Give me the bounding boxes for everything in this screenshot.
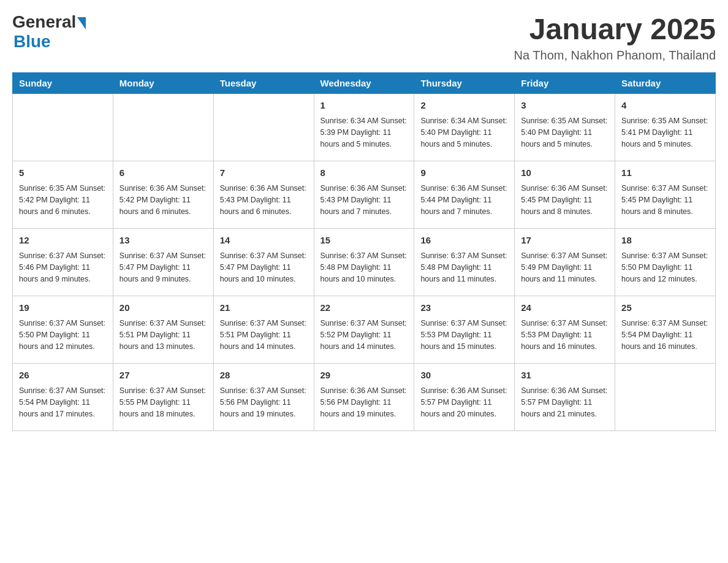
weekday-header-sunday: Sunday xyxy=(13,73,113,94)
day-info: Sunrise: 6:36 AM Sunset: 5:43 PM Dayligh… xyxy=(320,183,408,218)
day-number: 23 xyxy=(420,301,508,315)
calendar-cell: 6Sunrise: 6:36 AM Sunset: 5:42 PM Daylig… xyxy=(113,161,213,229)
calendar-week-2: 5Sunrise: 6:35 AM Sunset: 5:42 PM Daylig… xyxy=(13,161,716,229)
calendar-cell: 19Sunrise: 6:37 AM Sunset: 5:50 PM Dayli… xyxy=(13,296,113,364)
day-number: 5 xyxy=(19,166,107,180)
day-number: 22 xyxy=(320,301,408,315)
calendar-cell: 9Sunrise: 6:36 AM Sunset: 5:44 PM Daylig… xyxy=(414,161,515,229)
calendar-cell: 3Sunrise: 6:35 AM Sunset: 5:40 PM Daylig… xyxy=(515,94,615,161)
calendar-cell: 16Sunrise: 6:37 AM Sunset: 5:48 PM Dayli… xyxy=(414,229,515,296)
day-info: Sunrise: 6:36 AM Sunset: 5:44 PM Dayligh… xyxy=(420,183,508,218)
calendar-cell: 10Sunrise: 6:36 AM Sunset: 5:45 PM Dayli… xyxy=(515,161,615,229)
calendar-cell xyxy=(13,94,113,161)
calendar-cell xyxy=(615,364,716,431)
day-info: Sunrise: 6:37 AM Sunset: 5:54 PM Dayligh… xyxy=(19,385,107,421)
day-info: Sunrise: 6:37 AM Sunset: 5:51 PM Dayligh… xyxy=(119,318,207,353)
day-number: 27 xyxy=(119,369,207,383)
calendar-cell: 28Sunrise: 6:37 AM Sunset: 5:56 PM Dayli… xyxy=(213,364,314,431)
day-info: Sunrise: 6:37 AM Sunset: 5:46 PM Dayligh… xyxy=(19,250,107,286)
day-number: 1 xyxy=(320,99,408,113)
title-area: January 2025 Na Thom, Nakhon Phanom, Tha… xyxy=(514,12,716,63)
calendar-cell: 30Sunrise: 6:36 AM Sunset: 5:57 PM Dayli… xyxy=(414,364,515,431)
calendar-cell: 4Sunrise: 6:35 AM Sunset: 5:41 PM Daylig… xyxy=(615,94,716,161)
logo-blue-text: Blue xyxy=(13,32,51,51)
calendar-cell: 17Sunrise: 6:37 AM Sunset: 5:49 PM Dayli… xyxy=(515,229,615,296)
weekday-header-monday: Monday xyxy=(113,73,213,94)
weekday-header-saturday: Saturday xyxy=(615,73,716,94)
day-info: Sunrise: 6:37 AM Sunset: 5:48 PM Dayligh… xyxy=(320,250,408,286)
day-info: Sunrise: 6:37 AM Sunset: 5:49 PM Dayligh… xyxy=(521,250,609,286)
calendar-cell: 27Sunrise: 6:37 AM Sunset: 5:55 PM Dayli… xyxy=(113,364,213,431)
day-info: Sunrise: 6:37 AM Sunset: 5:53 PM Dayligh… xyxy=(521,318,609,353)
day-number: 21 xyxy=(220,301,308,315)
calendar-cell: 14Sunrise: 6:37 AM Sunset: 5:47 PM Dayli… xyxy=(213,229,314,296)
day-number: 12 xyxy=(19,234,107,248)
weekday-header-friday: Friday xyxy=(515,73,615,94)
day-number: 7 xyxy=(220,166,308,180)
day-info: Sunrise: 6:35 AM Sunset: 5:42 PM Dayligh… xyxy=(19,183,107,218)
calendar-cell: 2Sunrise: 6:34 AM Sunset: 5:40 PM Daylig… xyxy=(414,94,515,161)
calendar-cell: 12Sunrise: 6:37 AM Sunset: 5:46 PM Dayli… xyxy=(13,229,113,296)
day-info: Sunrise: 6:37 AM Sunset: 5:54 PM Dayligh… xyxy=(621,318,709,353)
day-info: Sunrise: 6:37 AM Sunset: 5:56 PM Dayligh… xyxy=(220,385,308,421)
day-number: 30 xyxy=(420,369,508,383)
day-number: 31 xyxy=(521,369,609,383)
calendar-table: SundayMondayTuesdayWednesdayThursdayFrid… xyxy=(12,72,716,431)
day-number: 29 xyxy=(320,369,408,383)
day-info: Sunrise: 6:36 AM Sunset: 5:56 PM Dayligh… xyxy=(320,385,408,421)
calendar-cell: 18Sunrise: 6:37 AM Sunset: 5:50 PM Dayli… xyxy=(615,229,716,296)
day-info: Sunrise: 6:35 AM Sunset: 5:41 PM Dayligh… xyxy=(621,115,709,151)
calendar-cell: 8Sunrise: 6:36 AM Sunset: 5:43 PM Daylig… xyxy=(314,161,414,229)
day-number: 10 xyxy=(521,166,609,180)
day-number: 16 xyxy=(420,234,508,248)
day-number: 28 xyxy=(220,369,308,383)
day-number: 24 xyxy=(521,301,609,315)
day-number: 18 xyxy=(621,234,709,248)
day-number: 4 xyxy=(621,99,709,113)
subtitle: Na Thom, Nakhon Phanom, Thailand xyxy=(514,48,716,63)
calendar-cell: 7Sunrise: 6:36 AM Sunset: 5:43 PM Daylig… xyxy=(213,161,314,229)
calendar-cell xyxy=(213,94,314,161)
day-number: 20 xyxy=(119,301,207,315)
day-number: 13 xyxy=(119,234,207,248)
day-info: Sunrise: 6:35 AM Sunset: 5:40 PM Dayligh… xyxy=(521,115,609,151)
day-number: 25 xyxy=(621,301,709,315)
logo: General Blue xyxy=(12,12,86,52)
day-info: Sunrise: 6:37 AM Sunset: 5:50 PM Dayligh… xyxy=(621,250,709,286)
page-header: General Blue January 2025 Na Thom, Nakho… xyxy=(12,12,716,63)
calendar-cell xyxy=(113,94,213,161)
day-info: Sunrise: 6:37 AM Sunset: 5:51 PM Dayligh… xyxy=(220,318,308,353)
calendar-week-5: 26Sunrise: 6:37 AM Sunset: 5:54 PM Dayli… xyxy=(13,364,716,431)
day-number: 11 xyxy=(621,166,709,180)
main-title: January 2025 xyxy=(514,12,716,46)
calendar-cell: 25Sunrise: 6:37 AM Sunset: 5:54 PM Dayli… xyxy=(615,296,716,364)
day-number: 6 xyxy=(119,166,207,180)
calendar-cell: 29Sunrise: 6:36 AM Sunset: 5:56 PM Dayli… xyxy=(314,364,414,431)
calendar-cell: 23Sunrise: 6:37 AM Sunset: 5:53 PM Dayli… xyxy=(414,296,515,364)
day-info: Sunrise: 6:37 AM Sunset: 5:47 PM Dayligh… xyxy=(119,250,207,286)
calendar-week-1: 1Sunrise: 6:34 AM Sunset: 5:39 PM Daylig… xyxy=(13,94,716,161)
day-info: Sunrise: 6:36 AM Sunset: 5:43 PM Dayligh… xyxy=(220,183,308,218)
calendar-cell: 11Sunrise: 6:37 AM Sunset: 5:45 PM Dayli… xyxy=(615,161,716,229)
day-number: 3 xyxy=(521,99,609,113)
day-info: Sunrise: 6:36 AM Sunset: 5:45 PM Dayligh… xyxy=(521,183,609,218)
day-info: Sunrise: 6:37 AM Sunset: 5:47 PM Dayligh… xyxy=(220,250,308,286)
logo-general-text: General xyxy=(12,12,76,32)
calendar-cell: 13Sunrise: 6:37 AM Sunset: 5:47 PM Dayli… xyxy=(113,229,213,296)
calendar-cell: 1Sunrise: 6:34 AM Sunset: 5:39 PM Daylig… xyxy=(314,94,414,161)
day-number: 9 xyxy=(420,166,508,180)
calendar-cell: 5Sunrise: 6:35 AM Sunset: 5:42 PM Daylig… xyxy=(13,161,113,229)
day-number: 26 xyxy=(19,369,107,383)
day-number: 19 xyxy=(19,301,107,315)
day-info: Sunrise: 6:34 AM Sunset: 5:40 PM Dayligh… xyxy=(420,115,508,151)
calendar-week-3: 12Sunrise: 6:37 AM Sunset: 5:46 PM Dayli… xyxy=(13,229,716,296)
weekday-header-thursday: Thursday xyxy=(414,73,515,94)
day-number: 14 xyxy=(220,234,308,248)
logo-arrow-icon xyxy=(77,17,86,29)
day-info: Sunrise: 6:36 AM Sunset: 5:42 PM Dayligh… xyxy=(119,183,207,218)
day-info: Sunrise: 6:37 AM Sunset: 5:52 PM Dayligh… xyxy=(320,318,408,353)
weekday-header-wednesday: Wednesday xyxy=(314,73,414,94)
calendar-cell: 24Sunrise: 6:37 AM Sunset: 5:53 PM Dayli… xyxy=(515,296,615,364)
weekday-header-tuesday: Tuesday xyxy=(213,73,314,94)
day-info: Sunrise: 6:36 AM Sunset: 5:57 PM Dayligh… xyxy=(521,385,609,421)
